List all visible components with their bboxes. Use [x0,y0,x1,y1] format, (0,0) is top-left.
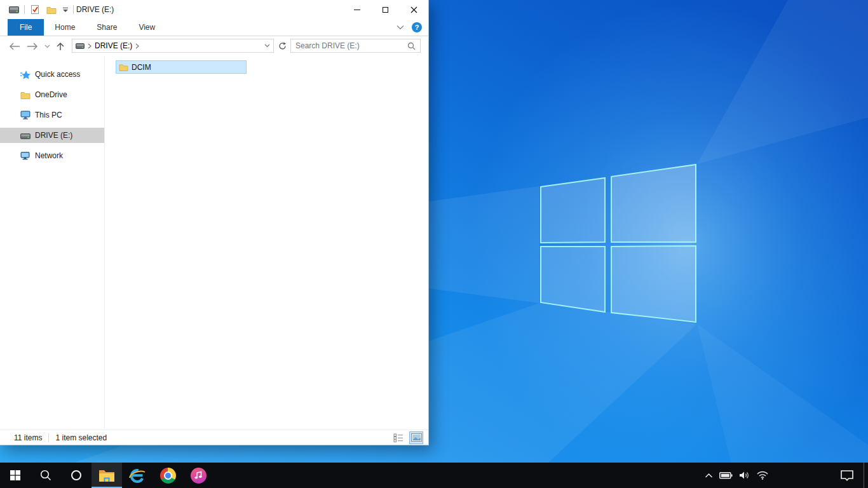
help-button[interactable]: ? [412,22,422,32]
cortana-button[interactable] [61,463,92,488]
status-separator [48,433,49,442]
navigation-toolbar: DRIVE (E:) [0,36,428,56]
large-icons-view-button[interactable] [409,431,423,444]
start-button[interactable] [0,463,31,488]
status-bar: 11 items 1 item selected [0,430,428,445]
properties-button[interactable] [29,3,41,17]
itunes-icon [191,468,207,484]
close-button[interactable] [400,0,428,19]
minimize-button[interactable] [342,0,371,19]
tab-home[interactable]: Home [44,19,86,36]
new-folder-button[interactable] [45,3,58,17]
sidebar-item-quick-access[interactable]: Quick access [0,67,104,82]
address-dropdown-icon[interactable] [264,44,270,48]
up-button[interactable] [57,42,64,51]
battery-icon [719,471,733,480]
system-tray [704,463,769,488]
breadcrumb-chevron-icon[interactable] [88,43,92,49]
taskbar-chrome-button[interactable] [153,463,183,488]
taskbar-internet-explorer-button[interactable] [122,463,153,488]
refresh-button[interactable] [276,39,288,53]
breadcrumb-location[interactable]: DRIVE (E:) [95,41,132,50]
search-input[interactable] [295,41,407,50]
sidebar-item-label: Quick access [35,70,80,79]
details-view-icon [393,433,403,442]
details-view-button[interactable] [391,431,405,444]
taskbar [0,463,868,488]
refresh-icon [278,42,287,50]
window-title: DRIVE (E:) [76,5,114,14]
tray-chevron-up-button[interactable] [704,463,714,488]
tray-wifi-button[interactable] [756,463,769,488]
window-controls [342,0,428,19]
quick-access-toolbar [0,0,74,19]
tray-battery-button[interactable] [719,463,733,488]
cortana-icon [71,470,82,481]
this-pc-monitor-icon [20,111,31,119]
sidebar-item-label: OneDrive [35,90,67,99]
items-count: 11 items [14,433,42,442]
sidebar-item-onedrive[interactable]: OneDrive [0,87,104,102]
drive-icon [20,132,31,139]
chrome-icon [160,468,176,484]
ribbon-tab-bar: File Home Share View ? [0,19,428,36]
wifi-icon [757,471,768,480]
desktop: DRIVE (E:) File Home Share View ? [0,0,868,488]
file-item-label: DCIM [132,63,151,72]
recent-locations-icon[interactable] [44,44,50,48]
forward-button[interactable] [27,43,38,50]
drive-icon [8,3,20,17]
search-box[interactable] [290,39,421,53]
tab-share[interactable]: Share [86,19,128,36]
sidebar-item-drive-e[interactable]: DRIVE (E:) [0,128,104,143]
selection-count: 1 item selected [55,433,107,442]
file-list-area[interactable]: DCIM [105,56,428,429]
quick-access-star-icon [20,70,31,79]
sidebar-item-label: DRIVE (E:) [35,131,72,140]
toolbar-separator [73,5,74,14]
drive-icon [76,43,85,49]
internet-explorer-icon [128,467,146,484]
navigation-pane: Quick access OneDrive This PC DRIVE (E:)… [0,56,105,429]
breadcrumb-chevron-icon[interactable] [135,43,139,49]
sidebar-item-label: This PC [35,111,62,119]
close-icon [410,6,417,13]
expand-ribbon-icon[interactable] [397,25,404,30]
action-center-icon [840,470,854,482]
onedrive-folder-icon [20,91,31,99]
volume-icon [739,471,750,480]
toolbar-separator [24,5,25,14]
sidebar-item-this-pc[interactable]: This PC [0,107,104,123]
sidebar-item-network[interactable]: Network [0,148,104,163]
address-bar[interactable]: DRIVE (E:) [72,39,274,53]
file-explorer-icon [98,469,115,482]
search-icon [40,470,51,481]
search-icon[interactable] [407,42,416,50]
large-icons-view-icon [411,433,422,442]
taskbar-search-button[interactable] [31,463,61,488]
taskbar-file-explorer-button[interactable] [92,463,122,488]
chevron-up-icon [705,473,713,478]
folder-icon [119,64,128,71]
maximize-icon [383,7,388,13]
action-center-button[interactable] [834,463,860,488]
file-explorer-window: DRIVE (E:) File Home Share View ? [0,0,429,445]
tray-volume-button[interactable] [738,463,751,488]
title-bar: DRIVE (E:) [0,0,428,19]
back-button[interactable] [9,43,20,50]
tab-file[interactable]: File [8,19,44,36]
customize-quick-access-toolbar-button[interactable] [62,8,69,12]
show-desktop-button[interactable] [864,463,864,488]
minimize-icon [354,10,360,10]
network-monitor-icon [20,151,31,160]
taskbar-itunes-button[interactable] [183,463,214,488]
tab-view[interactable]: View [128,19,166,36]
file-item-dcim[interactable]: DCIM [116,60,247,74]
sidebar-item-label: Network [35,151,63,160]
maximize-button[interactable] [371,0,400,19]
windows-start-icon [10,470,20,480]
